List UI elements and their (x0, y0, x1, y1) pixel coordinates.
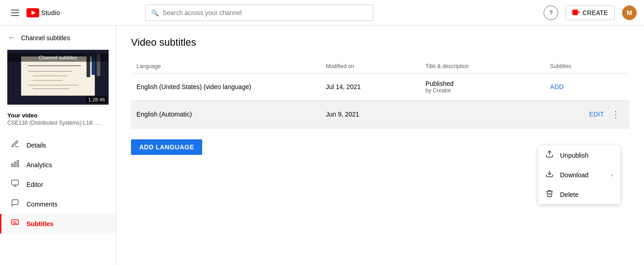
row2-modified: Jun 9, 2021 (320, 101, 420, 128)
row-actions: EDIT ⋮ (550, 107, 624, 122)
subtitles-label: Subtitles (26, 220, 53, 228)
sidebar-back[interactable]: ← Channel subtitles (0, 26, 116, 46)
delete-icon (545, 189, 554, 200)
create-label: CREATE (582, 9, 608, 16)
sidebar-item-comments[interactable]: Comments (0, 194, 116, 214)
row2-subtitles: EDIT ⋮ (545, 101, 629, 128)
video-thumbnail[interactable]: Channel subtitles 1:28:46 (7, 50, 109, 105)
svg-rect-15 (17, 160, 19, 167)
header-left: Studio (7, 6, 60, 20)
main-layout: ← Channel subtitles (0, 26, 644, 265)
sidebar-item-analytics[interactable]: Analytics (0, 155, 116, 175)
details-label: Details (26, 142, 46, 149)
thumbnail-label: Channel subtitles (7, 53, 109, 62)
sidebar-nav: Details Analytics Editor (0, 135, 116, 233)
sidebar: ← Channel subtitles (0, 26, 116, 265)
youtube-logo: Studio (26, 8, 60, 17)
help-button[interactable]: ? (544, 5, 558, 20)
col-header-title: Title & description (420, 59, 545, 74)
subtitles-icon (11, 218, 19, 229)
sidebar-item-comments-wrapper: Comments (0, 194, 116, 214)
row2-language: English (Automatic) (131, 101, 320, 128)
avatar[interactable]: M (622, 5, 637, 20)
thumbnail-image: Channel subtitles 1:28:46 (7, 50, 109, 105)
unpublish-label: Unpublish (560, 152, 613, 159)
more-options-button[interactable]: ⋮ (607, 107, 624, 122)
dropdown-item-download[interactable]: Download › (538, 165, 620, 185)
studio-label: Studio (41, 9, 60, 16)
search-input[interactable] (162, 9, 367, 16)
header-right: ? CREATE M (544, 5, 637, 20)
details-icon (11, 140, 19, 150)
sidebar-item-editor-wrapper: Editor (0, 175, 116, 194)
create-icon (572, 9, 580, 17)
col-header-language: Language (131, 59, 320, 74)
search-icon: 🔍 (151, 9, 159, 16)
edit-subtitle-link[interactable]: EDIT (589, 111, 604, 118)
table-row: English (Automatic) Jun 9, 2021 EDIT ⋮ (131, 101, 629, 128)
analytics-icon (11, 159, 19, 170)
header: Studio 🔍 ? CREATE M (0, 0, 644, 26)
dropdown-menu: Unpublish Download › Delete (538, 145, 620, 204)
svg-rect-5 (21, 57, 94, 96)
svg-rect-3 (578, 11, 580, 13)
hamburger-menu[interactable] (7, 6, 23, 20)
published-status: Published (425, 80, 539, 87)
download-arrow-icon: › (611, 172, 613, 178)
svg-rect-2 (572, 10, 578, 15)
add-language-button[interactable]: ADD LANGUAGE (131, 139, 202, 155)
row1-modified: Jul 14, 2021 (320, 74, 420, 101)
sidebar-item-subtitles-wrapper: Subtitles (0, 214, 116, 233)
download-label: Download (560, 171, 605, 179)
table-body: English (United States) (video language)… (131, 74, 629, 128)
video-info: Your video CSE138 (Distributed Systems) … (0, 108, 116, 132)
col-header-modified: Modified on (320, 59, 420, 74)
page-title: Video subtitles (131, 37, 629, 48)
svg-rect-17 (12, 164, 13, 167)
dropdown-item-unpublish[interactable]: Unpublish (538, 145, 620, 165)
row1-subtitles: ADD (545, 74, 629, 101)
yt-icon (26, 8, 39, 17)
download-icon (545, 170, 554, 180)
delete-label: Delete (560, 191, 613, 198)
row1-language: English (United States) (video language) (131, 74, 320, 101)
svg-rect-16 (15, 162, 16, 167)
sidebar-item-details[interactable]: Details (0, 135, 116, 155)
video-subtitle: CSE138 (Distributed Systems) L18: ... (7, 120, 109, 126)
svg-rect-18 (12, 180, 19, 185)
table-row: English (United States) (video language)… (131, 74, 629, 101)
row2-title (420, 101, 545, 128)
sidebar-item-editor[interactable]: Editor (0, 175, 116, 194)
sidebar-item-analytics-wrapper: Analytics (0, 155, 116, 175)
add-subtitle-link[interactable]: ADD (550, 83, 564, 90)
table-header: Language Modified on Title & description… (131, 59, 629, 74)
dropdown-item-delete[interactable]: Delete (538, 185, 620, 204)
video-title: Your video (7, 112, 109, 119)
editor-label: Editor (26, 181, 43, 188)
by-creator: by Creator (425, 87, 539, 94)
comments-icon (11, 199, 19, 209)
subtitle-table: Language Modified on Title & description… (131, 59, 629, 128)
content-area: Video subtitles Language Modified on Tit… (116, 26, 644, 265)
analytics-label: Analytics (26, 161, 52, 169)
create-button[interactable]: CREATE (565, 5, 615, 20)
row1-title: Published by Creator (420, 74, 545, 101)
sidebar-back-label: Channel subtitles (21, 34, 70, 42)
sidebar-item-subtitles[interactable]: Subtitles (0, 214, 116, 233)
comments-label: Comments (26, 201, 58, 208)
thumbnail-duration: 1:28:46 (86, 96, 107, 103)
back-arrow-icon: ← (7, 33, 16, 42)
search-bar: 🔍 (145, 5, 373, 21)
editor-icon (11, 179, 19, 190)
col-header-subtitles: Subtitles (545, 59, 629, 74)
unpublish-icon (545, 150, 554, 160)
sidebar-item-details-wrapper: Details (0, 135, 116, 155)
